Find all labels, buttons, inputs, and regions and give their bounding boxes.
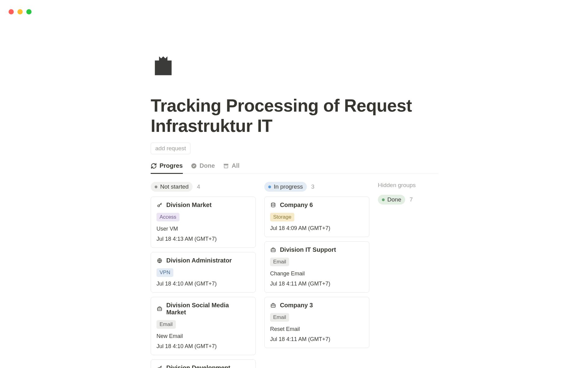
column-in_progress: In progress3Company 6StorageJul 18 4:09 … xyxy=(264,182,369,352)
card-description: User VM xyxy=(156,226,250,232)
tab-label: All xyxy=(232,162,240,169)
status-label: Not started xyxy=(160,183,189,190)
kanban-card[interactable]: Division Development xyxy=(151,359,256,368)
card-description: New Email xyxy=(156,333,250,339)
card-title-text: Company 6 xyxy=(280,201,313,209)
card-timestamp: Jul 18 4:09 AM (GMT+7) xyxy=(270,225,364,232)
card-title-text: Division Market xyxy=(166,201,212,209)
card-tag: Email xyxy=(156,320,176,329)
card-tag: Storage xyxy=(270,213,295,221)
card-tag: Access xyxy=(156,213,179,221)
key-icon xyxy=(156,202,163,208)
column-header: Not started4 xyxy=(151,182,256,192)
hidden-groups-column: Hidden groupsDone7 xyxy=(378,182,439,205)
kanban-card[interactable]: Division MarketAccessUser VMJul 18 4:13 … xyxy=(151,197,256,248)
status-label: In progress xyxy=(274,183,303,190)
close-window-button[interactable] xyxy=(9,9,14,14)
status-pill[interactable]: In progress xyxy=(264,182,307,192)
tab-progres[interactable]: Progres xyxy=(151,162,183,174)
tab-all[interactable]: All xyxy=(223,162,240,174)
card-timestamp: Jul 18 4:11 AM (GMT+7) xyxy=(270,336,364,343)
card-title-text: Division Development xyxy=(166,364,230,368)
column-count: 3 xyxy=(311,183,315,190)
card-timestamp: Jul 18 4:10 AM (GMT+7) xyxy=(156,281,250,287)
card-tag: Email xyxy=(270,258,289,266)
status-bullet xyxy=(268,186,271,188)
hidden-group-count: 7 xyxy=(409,196,413,203)
tab-label: Done xyxy=(200,162,215,169)
briefcase-icon xyxy=(270,247,276,253)
page-icon xyxy=(151,52,439,77)
tab-label: Progres xyxy=(160,162,183,169)
status-bullet xyxy=(155,186,157,188)
kanban-card[interactable]: Division IT SupportEmailChange EmailJul … xyxy=(264,241,369,293)
minimize-window-button[interactable] xyxy=(17,9,23,14)
archive-icon xyxy=(223,163,229,169)
card-timestamp: Jul 18 4:13 AM (GMT+7) xyxy=(156,236,250,242)
window-traffic-lights xyxy=(9,9,32,14)
card-description: Change Email xyxy=(270,270,364,277)
card-tag: VPN xyxy=(156,268,173,277)
maximize-window-button[interactable] xyxy=(26,9,32,14)
kanban-card[interactable]: Company 3EmailReset EmailJul 18 4:11 AM … xyxy=(264,297,369,348)
database-icon xyxy=(270,202,276,208)
globe-icon xyxy=(156,258,163,263)
kanban-board: Not started4Division MarketAccessUser VM… xyxy=(151,182,439,368)
column-header: In progress3 xyxy=(264,182,369,192)
card-title-text: Division Social Media Market xyxy=(166,302,250,316)
kanban-card[interactable]: Company 6StorageJul 18 4:09 AM (GMT+7) xyxy=(264,197,369,237)
card-timestamp: Jul 18 4:11 AM (GMT+7) xyxy=(270,281,364,287)
card-description: Reset Email xyxy=(270,326,364,332)
key-icon xyxy=(156,365,163,368)
card-title-text: Division IT Support xyxy=(280,246,336,253)
view-tabs: ProgresDoneAll xyxy=(151,162,439,174)
check-circle-icon xyxy=(191,163,197,169)
hidden-groups-title: Hidden groups xyxy=(378,182,439,189)
briefcase-icon xyxy=(270,303,276,308)
card-title-text: Company 3 xyxy=(280,302,313,309)
status-pill: Done xyxy=(378,195,405,205)
card-timestamp: Jul 18 4:10 AM (GMT+7) xyxy=(156,343,250,350)
card-tag: Email xyxy=(270,313,289,322)
card-title-text: Division Administrator xyxy=(166,257,232,264)
sync-icon xyxy=(151,163,157,169)
column-count: 4 xyxy=(197,183,200,190)
status-pill[interactable]: Not started xyxy=(151,182,193,192)
add-request-button[interactable]: add request xyxy=(151,143,190,154)
status-bullet xyxy=(382,198,385,201)
briefcase-icon xyxy=(156,306,163,312)
hidden-group-row[interactable]: Done7 xyxy=(378,195,439,205)
kanban-card[interactable]: Division Social Media MarketEmailNew Ema… xyxy=(151,297,256,355)
column-not_started: Not started4Division MarketAccessUser VM… xyxy=(151,182,256,368)
tab-done[interactable]: Done xyxy=(191,162,215,174)
page-title: Tracking Processing of Request Infrastru… xyxy=(151,96,439,136)
svg-point-7 xyxy=(271,203,275,204)
status-label: Done xyxy=(387,196,401,203)
kanban-card[interactable]: Division AdministratorVPNJul 18 4:10 AM … xyxy=(151,252,256,293)
